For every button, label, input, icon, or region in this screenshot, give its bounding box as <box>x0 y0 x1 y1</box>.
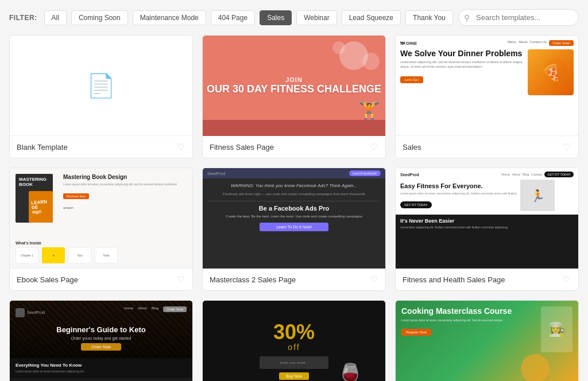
filter-btn-thank-you[interactable]: Thank You <box>405 10 453 25</box>
keto-bottom: Everything You Need To Know Lorem ipsum … <box>10 358 192 378</box>
template-card-cooking[interactable]: Cooking Masterclass Course Lorem ipsum d… <box>395 300 579 381</box>
favorite-button[interactable]: ♡ <box>369 141 378 153</box>
filter-btn-coming-soon[interactable]: Coming Soon <box>71 10 128 25</box>
template-thumb-ebook: MASTERING BOOK LEARNDEsign Mastering Boo… <box>10 168 192 269</box>
template-grid: 📄 Blank Template ♡ JOIN OUR 30 DAY FITNE… <box>9 35 579 381</box>
template-card-sale[interactable]: 30% off Enter your email... Buy Now 🍷 30… <box>202 300 386 381</box>
master-warning: WARNING: You think you know Facebook Ads… <box>208 183 380 188</box>
fitness-main-text: OUR 30 DAY FITNESS CHALLENGE <box>207 83 381 96</box>
ebook-book: MASTERING BOOK LEARNDEsign <box>16 174 53 223</box>
master-top-btn: LearnFacebook! <box>349 170 381 176</box>
template-thumb-sale: 30% off Enter your email... Buy Now 🍷 <box>203 301 385 381</box>
keto-order-btn: Order Now <box>81 343 121 351</box>
filter-btn-404[interactable]: 404 Page <box>211 10 255 25</box>
fitness-text-block: JOIN OUR 30 DAY FITNESS CHALLENGE <box>207 76 381 96</box>
decorative-circle <box>521 354 550 381</box>
filter-btn-all[interactable]: All <box>44 10 67 25</box>
ebook-amazon: amazon <box>63 206 74 209</box>
favorite-button[interactable]: ♡ <box>562 141 571 153</box>
template-card-fitness-health[interactable]: SeedProd Home About Blog Contact GET FIT… <box>395 168 579 291</box>
template-thumb-keto: SeedProd Home About Blog Order Now Begin… <box>10 301 192 381</box>
cooking-body: Lorem ipsum dolor sit amet, consectetur … <box>401 318 537 322</box>
favorite-button[interactable]: ♡ <box>176 273 185 286</box>
favorite-button[interactable]: ♡ <box>369 273 378 286</box>
ebook-items-list: Chapter 1 ★ Tips Tools <box>16 247 187 263</box>
cooking-text: Cooking Masterclass Course Lorem ipsum d… <box>401 306 537 336</box>
filter-btn-sales[interactable]: Sales <box>260 10 292 25</box>
filter-btn-webinar[interactable]: Webinar <box>296 10 336 25</box>
master-headline: Be a Facebook Ads Pro <box>208 205 380 212</box>
template-card-masterclass[interactable]: SeedProd LearnFacebook! WARNING: You thi… <box>202 168 386 291</box>
search-input[interactable] <box>458 9 579 26</box>
favorite-button[interactable]: ♡ <box>562 273 571 286</box>
keto-hero: SeedProd Home About Blog Order Now Begin… <box>10 301 192 358</box>
keto-brand-block: SeedProd <box>16 308 45 317</box>
template-title: Fitness Sales Page <box>210 143 274 151</box>
keto-bottom-headline: Everything You Need To Know <box>16 363 187 368</box>
sale-percent: 30% <box>260 322 328 343</box>
fh-cta: GET FIT TODAY <box>400 201 432 208</box>
book-title: MASTERING BOOK <box>19 177 49 188</box>
sale-cta: Buy Now <box>279 372 309 380</box>
master-sub: Create the best. Be the best. Learn the … <box>208 214 380 219</box>
ebook-item: Tools <box>95 247 118 263</box>
decorative-circle-sm2 <box>332 41 345 54</box>
template-card-keto[interactable]: SeedProd Home About Blog Order Now Begin… <box>9 300 193 381</box>
product-icon: 🍷 <box>332 362 368 381</box>
sales-nav-items: Menu About Contact Us Order Now! <box>508 40 574 46</box>
sale-input-field: Enter your email... <box>260 356 328 369</box>
template-title: Blank Template <box>17 143 68 151</box>
nav-item: Home <box>501 173 510 176</box>
master-brand: SeedProd <box>207 172 225 176</box>
master-cta: Learn To Do It Now! <box>260 223 328 231</box>
ebook-text: Mastering Book Design Lorem ipsum dolor … <box>63 174 187 223</box>
fh-body: Lorem ipsum dolor sit amet, consectetur … <box>400 192 517 196</box>
search-box: ⚲ <box>458 9 579 26</box>
template-thumb-masterclass: SeedProd LearnFacebook! WARNING: You thi… <box>203 168 385 269</box>
template-thumb-blank: 📄 <box>10 36 192 136</box>
nav-item: Contact <box>531 173 542 176</box>
filter-bar: FILTER: All Coming Soon Maintenance Mode… <box>9 9 579 26</box>
template-thumb-cooking: Cooking Masterclass Course Lorem ipsum d… <box>396 301 578 381</box>
decorative-circle-sm1 <box>362 53 380 70</box>
keto-logo <box>16 308 25 317</box>
template-card-blank[interactable]: 📄 Blank Template ♡ <box>9 35 193 158</box>
nav-item: About <box>519 40 528 46</box>
cooking-hero: Cooking Masterclass Course Lorem ipsum d… <box>396 301 578 381</box>
card-footer: Blank Template ♡ <box>10 136 192 158</box>
ebook-body: Lorem ipsum dolor sit amet, consectetur … <box>63 182 187 186</box>
cooking-cta: Register Now <box>401 329 431 336</box>
fh-top-section: SeedProd Home About Blog Contact GET FIT… <box>396 168 578 215</box>
template-card-ebook[interactable]: MASTERING BOOK LEARNDEsign Mastering Boo… <box>9 168 193 291</box>
fh-cta-nav: GET FIT TODAY <box>544 172 574 177</box>
card-footer: Fitness and Health Sales Page ♡ <box>396 269 578 290</box>
sale-off-text: off <box>260 343 328 352</box>
ebook-headline: Mastering Book Design <box>63 174 187 180</box>
template-title: Fitness and Health Sales Page <box>403 275 505 284</box>
keto-sub: Order yours today and get started <box>16 336 187 340</box>
ebook-item: Chapter 1 <box>16 247 38 263</box>
nav-item: Home <box>124 306 133 312</box>
template-card-sales[interactable]: 🍽 DINE Menu About Contact Us Order Now! … <box>395 35 579 158</box>
keto-nav: Home About Blog Order Now <box>124 306 187 312</box>
filter-btn-lead-squeeze[interactable]: Lead Squeeze <box>342 10 401 25</box>
template-card-fitness[interactable]: JOIN OUR 30 DAY FITNESS CHALLENGE 🏋️ Fit… <box>202 35 386 158</box>
nav-item: Contact Us <box>530 40 547 46</box>
sales-body: consectetur adipiscing elit, sed do eius… <box>400 60 523 69</box>
master-body: Facebook ads done right — use code and c… <box>208 192 380 196</box>
keto-brand-text: SeedProd <box>27 310 45 314</box>
filter-btn-maintenance[interactable]: Maintenance Mode <box>133 10 206 25</box>
favorite-button[interactable]: ♡ <box>176 141 185 153</box>
cooking-headline: Cooking Masterclass Course <box>401 306 537 316</box>
filter-label: FILTER: <box>9 14 37 22</box>
book-sub: LEARNDEsign <box>29 191 53 223</box>
ebook-item-highlight: ★ <box>42 247 65 263</box>
template-title: Masterclass 2 Sales Page <box>210 275 296 284</box>
master-hero: WARNING: You think you know Facebook Ads… <box>203 178 385 269</box>
nav-item: Menu <box>508 40 516 46</box>
card-footer: Fitness Sales Page ♡ <box>203 136 385 158</box>
fh-dark-section: It's Never Been Easier consectetur adipi… <box>396 215 578 269</box>
nav-item: About <box>138 306 147 312</box>
nav-item: About <box>512 173 520 176</box>
template-thumb-fitness-health: SeedProd Home About Blog Contact GET FIT… <box>396 168 578 269</box>
